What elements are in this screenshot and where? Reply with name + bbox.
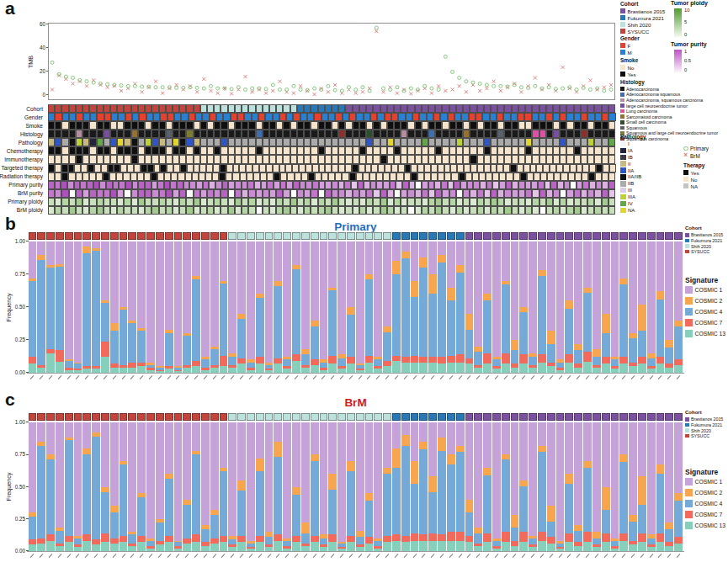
- heatmap-cell: [256, 104, 263, 113]
- bar-segment: [583, 422, 592, 461]
- color-swatch-icon: [620, 188, 626, 194]
- heatmap-cell: [415, 189, 422, 198]
- heatmap-cell: [104, 121, 110, 130]
- x-tick: [465, 374, 474, 387]
- bar-segment: [192, 279, 200, 361]
- legend-label: SYSUCC: [691, 249, 709, 254]
- heatmap-cell: [504, 206, 511, 215]
- heatmap-cell: [267, 172, 274, 181]
- cohort-strip-cell: [128, 232, 136, 240]
- x-tick-dash-icon: [94, 375, 98, 379]
- heatmap-cell: [266, 164, 273, 172]
- heatmap-cell: [477, 121, 484, 130]
- heatmap-cell: [484, 189, 491, 198]
- heatmap-cell: [539, 189, 546, 198]
- heatmap-cell: [82, 189, 89, 198]
- x-tick: [164, 552, 173, 565]
- x-tick: [173, 374, 183, 387]
- legend-label: COSMIC 2: [695, 298, 723, 304]
- x-tick: [637, 374, 646, 387]
- cohort-strip-cell: [419, 232, 428, 240]
- heatmap-cell: [167, 113, 174, 121]
- color-swatch-icon: [620, 161, 626, 167]
- cohort-strip-cell: [56, 413, 64, 421]
- bar-segment: [465, 500, 474, 512]
- heatmap-cell: [228, 146, 235, 155]
- stacked-bar: [502, 241, 510, 373]
- bar-segment: [46, 534, 55, 541]
- heatmap-cell: [459, 172, 465, 181]
- heatmap-cell: [581, 155, 587, 163]
- bar-segment: [619, 357, 628, 363]
- bar-segment: [220, 542, 228, 551]
- heatmap-cell: [137, 172, 144, 181]
- cohort-strip-cell: [565, 413, 573, 421]
- bar-segment: [447, 454, 455, 464]
- legend-item: Shih 2020: [685, 428, 723, 433]
- heatmap-row-label: Radiation therapy: [0, 172, 45, 181]
- heatmap-cell: [332, 181, 338, 189]
- heatmap-cell: [479, 172, 486, 181]
- heatmap-cell: [283, 146, 290, 155]
- stacked-bar: [519, 422, 528, 551]
- x-tick: [228, 374, 237, 387]
- bar-segment: [674, 241, 683, 321]
- bar-segment: [383, 241, 391, 326]
- cohort-strip-cell: [592, 232, 601, 240]
- bar-segment: [156, 422, 164, 519]
- x-tick: [310, 552, 319, 565]
- bar-segment: [328, 474, 337, 489]
- stacked-bar: [101, 241, 109, 373]
- legend-label: Shih 2020: [628, 22, 651, 28]
- legend-label: Brastianos 2015: [691, 416, 723, 422]
- x-tick: [401, 374, 410, 387]
- x-tick-dash-icon: [376, 554, 380, 558]
- x-tick-dash-icon: [476, 554, 481, 558]
- x-tick-dash-icon: [321, 375, 326, 379]
- bar-segment: [419, 257, 428, 268]
- cohort-strip-cell: [337, 413, 346, 421]
- bar-segment: [547, 241, 555, 331]
- heatmap-cell: [424, 172, 431, 181]
- heatmap-cell: [69, 155, 76, 163]
- cohort-strip-cell: [519, 413, 528, 421]
- heatmap-cell: [503, 113, 510, 121]
- heatmap-cell: [290, 121, 297, 130]
- primary-point: [313, 87, 316, 90]
- heatmap-cell: [546, 189, 553, 198]
- x-tick-dash-icon: [130, 554, 135, 558]
- heatmap-cell: [497, 189, 504, 198]
- cohort-strip-cell: [547, 413, 555, 421]
- x-tick: [392, 552, 401, 565]
- heatmap-cell: [200, 155, 207, 163]
- heatmap-cell: [146, 113, 153, 121]
- bar-segment: [547, 537, 555, 544]
- heatmap-cell: [444, 164, 451, 172]
- heatmap-cell: [228, 155, 235, 163]
- bar-segment: [265, 537, 274, 544]
- heatmap-cell: [103, 172, 109, 181]
- primary-point: [327, 84, 330, 88]
- x-tick: [619, 374, 629, 387]
- heatmap-cell: [247, 181, 254, 189]
- bar-segment: [656, 542, 665, 551]
- heatmap-cell: [269, 104, 276, 113]
- stacked-bar: [428, 422, 437, 551]
- heatmap-cell: [242, 138, 248, 146]
- cohort-strip-cell: [265, 232, 274, 240]
- stacked-bar: [65, 422, 73, 551]
- bar-segment: [220, 241, 228, 281]
- bar-segment: [592, 241, 601, 349]
- heatmap-cell: [248, 189, 255, 198]
- heatmap-cell: [179, 104, 186, 113]
- heatmap-cell: [359, 146, 366, 155]
- heatmap-cell: [166, 130, 173, 138]
- heatmap-cell: [491, 121, 497, 130]
- heatmap-cell: [179, 198, 186, 206]
- heatmap-cell: [491, 130, 497, 138]
- heatmap-cell: [194, 130, 200, 138]
- heatmap-cell: [454, 113, 461, 121]
- heatmap-cell: [240, 172, 247, 181]
- heatmap-cell: [159, 130, 166, 138]
- heatmap-cell: [587, 146, 594, 155]
